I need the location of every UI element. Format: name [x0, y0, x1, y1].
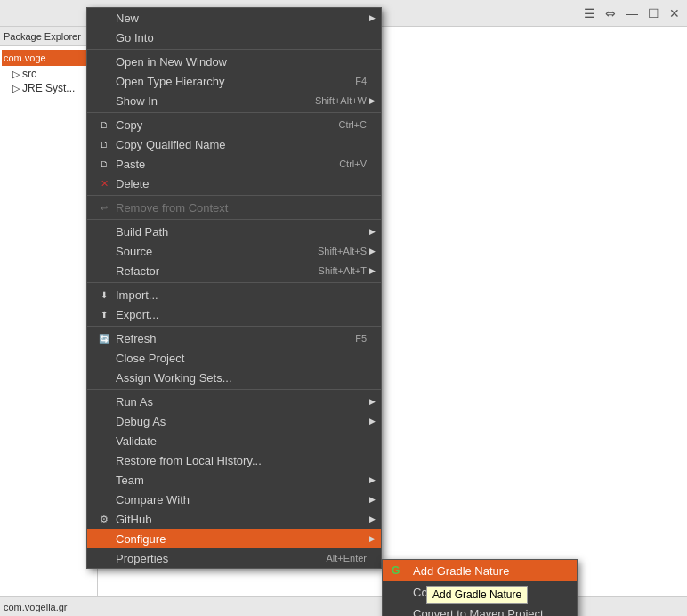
jre-label: JRE Syst... [22, 82, 75, 94]
menu-item-validate[interactable]: Validate [87, 431, 381, 450]
divider-4 [87, 219, 381, 220]
import-icon: ⬇ [96, 290, 112, 300]
divider-2 [87, 112, 381, 113]
remove-context-label: Remove from Context [116, 201, 367, 215]
compare-with-label: Compare With [116, 493, 367, 507]
toolbar-icons: ☰ ⇔ — ☐ ✕ [580, 0, 687, 27]
properties-label: Properties [116, 552, 308, 565]
remove-context-icon: ↩ [96, 203, 112, 213]
submenu-item-convert-maven[interactable]: Convert to Maven Project [383, 603, 577, 616]
copy-qualified-label: Copy Qualified Name [116, 138, 367, 151]
paste-label: Paste [116, 158, 321, 171]
refactor-label: Refactor [116, 264, 301, 278]
add-gradle-icon: G [392, 564, 408, 577]
menu-item-go-into[interactable]: Go Into [87, 28, 381, 47]
configure-label: Configure [116, 532, 367, 546]
toolbar-icon-2[interactable]: ⇔ [602, 4, 619, 22]
menu-item-new[interactable]: New [87, 8, 381, 28]
toolbar-icon-minimize[interactable]: — [623, 4, 641, 22]
copy-icon: 🗋 [96, 120, 112, 130]
package-explorer-panel: Package Explorer ✕ com.voge ▷ src ▷ JRE … [0, 27, 98, 616]
export-icon: ⬆ [96, 310, 112, 320]
menu-item-debug-as[interactable]: Debug As [87, 411, 381, 431]
menu-item-import[interactable]: ⬇ Import... [87, 285, 381, 304]
add-gradle-label: Add Gradle Nature [413, 564, 509, 578]
menu-item-assign-working-sets[interactable]: Assign Working Sets... [87, 368, 381, 387]
copy-qualified-icon: 🗋 [96, 140, 112, 150]
validate-label: Validate [116, 434, 367, 448]
divider-5 [87, 282, 381, 283]
import-label: Import... [116, 288, 367, 302]
source-label: Source [116, 245, 300, 258]
divider-3 [87, 195, 381, 196]
project-label: com.voge [4, 53, 46, 63]
menu-item-restore-history[interactable]: Restore from Local History... [87, 450, 381, 470]
menu-item-properties[interactable]: Properties Alt+Enter [87, 548, 381, 568]
menu-item-open-new-window[interactable]: Open in New Window [87, 52, 381, 71]
refresh-icon: 🔄 [96, 334, 112, 344]
new-label: New [116, 12, 367, 25]
menu-item-paste[interactable]: 🗋 Paste Ctrl+V [87, 154, 381, 174]
package-explorer-content: com.voge ▷ src ▷ JRE Syst... [0, 46, 97, 99]
refresh-shortcut: F5 [355, 333, 367, 344]
restore-history-label: Restore from Local History... [116, 454, 367, 467]
src-item[interactable]: ▷ src [2, 67, 95, 81]
src-icon: ▷ [12, 69, 20, 80]
context-menu: New Go Into Open in New Window Open Type… [86, 7, 382, 569]
package-explorer-header: Package Explorer ✕ [0, 27, 97, 46]
bottom-status-text: com.vogella.gr [4, 602, 68, 612]
menu-item-team[interactable]: Team [87, 470, 381, 490]
show-in-shortcut: Shift+Alt+W [315, 95, 367, 106]
menu-item-close-project[interactable]: Close Project [87, 348, 381, 368]
delete-label: Delete [116, 177, 367, 190]
copy-shortcut: Ctrl+C [339, 119, 367, 130]
menu-item-delete[interactable]: ✕ Delete [87, 174, 381, 193]
menu-item-compare-with[interactable]: Compare With [87, 490, 381, 509]
menu-item-copy[interactable]: 🗋 Copy Ctrl+C [87, 115, 381, 134]
open-new-window-label: Open in New Window [116, 55, 367, 69]
refresh-label: Refresh [116, 332, 337, 345]
run-as-label: Run As [116, 395, 367, 409]
menu-item-refactor[interactable]: Refactor Shift+Alt+T [87, 261, 381, 280]
menu-item-refresh[interactable]: 🔄 Refresh F5 [87, 328, 381, 348]
menu-item-configure[interactable]: Configure [87, 529, 381, 548]
menu-item-copy-qualified[interactable]: 🗋 Copy Qualified Name [87, 134, 381, 154]
source-shortcut: Shift+Alt+S [318, 246, 367, 256]
selected-project-row[interactable]: com.voge [2, 50, 95, 66]
menu-item-remove-context: ↩ Remove from Context [87, 198, 381, 217]
divider-1 [87, 49, 381, 50]
src-label: src [22, 68, 36, 80]
menu-item-source[interactable]: Source Shift+Alt+S [87, 241, 381, 261]
divider-6 [87, 326, 381, 327]
menu-item-build-path[interactable]: Build Path [87, 222, 381, 241]
toolbar-icon-close[interactable]: ✕ [666, 4, 683, 22]
tooltip: Add Gradle Nature [426, 586, 528, 604]
menu-item-export[interactable]: ⬆ Export... [87, 304, 381, 324]
properties-shortcut: Alt+Enter [326, 553, 367, 563]
menu-item-github[interactable]: ⚙ GitHub [87, 509, 381, 529]
delete-icon: ✕ [96, 178, 112, 190]
menu-item-run-as[interactable]: Run As [87, 392, 381, 411]
tooltip-text: Add Gradle Nature [432, 588, 521, 601]
jre-item[interactable]: ▷ JRE Syst... [2, 81, 95, 95]
menu-item-show-in[interactable]: Show In Shift+Alt+W [87, 91, 381, 110]
refactor-shortcut: Shift+Alt+T [319, 265, 367, 276]
menu-item-open-type-hierarchy[interactable]: Open Type Hierarchy F4 [87, 71, 381, 91]
toolbar-icon-maximize[interactable]: ☐ [644, 4, 662, 22]
paste-shortcut: Ctrl+V [339, 158, 367, 169]
debug-as-label: Debug As [116, 415, 367, 428]
copy-label: Copy [116, 118, 321, 132]
toolbar-icon-1[interactable]: ☰ [580, 4, 598, 22]
close-project-label: Close Project [116, 352, 367, 365]
github-icon: ⚙ [96, 514, 112, 525]
convert-maven-label: Convert to Maven Project [413, 607, 544, 617]
open-type-shortcut: F4 [355, 76, 367, 86]
paste-icon: 🗋 [96, 159, 112, 169]
github-label: GitHub [116, 513, 367, 526]
submenu-item-add-gradle-nature[interactable]: G Add Gradle Nature [383, 560, 577, 581]
show-in-label: Show In [116, 94, 297, 108]
export-label: Export... [116, 308, 367, 321]
open-type-label: Open Type Hierarchy [116, 75, 337, 88]
package-explorer-title: Package Explorer [4, 31, 81, 42]
divider-7 [87, 389, 381, 390]
